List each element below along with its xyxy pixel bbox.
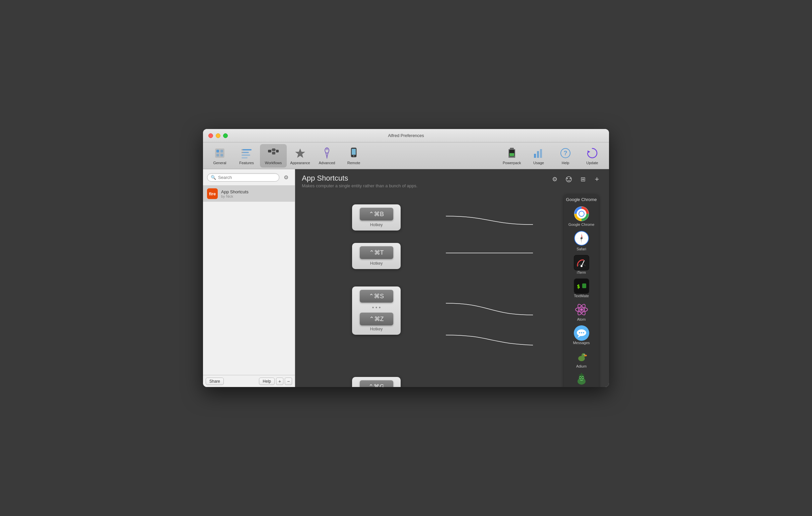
toolbar-remote[interactable]: Remote xyxy=(340,144,367,168)
search-input-wrap[interactable]: 🔍 xyxy=(207,173,279,181)
add-workflow-button[interactable]: + xyxy=(276,378,283,385)
canvas-settings-button[interactable]: ⚙ xyxy=(549,174,560,184)
toolbar-usage[interactable]: Usage xyxy=(525,144,552,168)
hotkey-key-5: ⌃⌘G xyxy=(360,380,393,387)
toolbar-appearance[interactable]: Appearance xyxy=(287,144,314,168)
search-icon: 🔍 xyxy=(211,175,216,180)
safari-icon xyxy=(574,231,589,246)
app-column: Google Chrome xyxy=(564,194,599,387)
toolbar-help[interactable]: ? Help xyxy=(552,144,579,168)
svg-point-19 xyxy=(326,148,328,150)
atom-icon xyxy=(574,302,589,317)
maximize-button[interactable] xyxy=(223,133,228,138)
svg-text:?: ? xyxy=(564,150,568,156)
app-item-messages[interactable]: Messages xyxy=(567,323,597,347)
canvas-debug-button[interactable] xyxy=(563,174,574,184)
update-icon xyxy=(586,147,599,160)
canvas-area: App Shortcuts Makes computer a single en… xyxy=(295,169,609,387)
remove-workflow-button[interactable]: − xyxy=(285,378,292,385)
toolbar-advanced[interactable]: Advanced xyxy=(314,144,340,168)
toolbar: General Features xyxy=(203,142,609,169)
svg-point-75 xyxy=(582,377,584,378)
svg-point-64 xyxy=(583,332,584,334)
canvas-title: App Shortcuts xyxy=(302,174,417,182)
svg-point-40 xyxy=(579,211,584,216)
svg-rect-10 xyxy=(241,152,243,153)
search-input[interactable] xyxy=(218,175,276,180)
search-bar: 🔍 ⚙ xyxy=(203,169,295,185)
svg-rect-2 xyxy=(221,150,223,152)
toolbar-general-label: General xyxy=(213,161,226,165)
app-item-atom[interactable]: Atom xyxy=(567,300,597,323)
svg-rect-1 xyxy=(216,150,219,152)
powerpack-icon xyxy=(505,147,518,160)
divider: • • • xyxy=(372,304,381,311)
help-button[interactable]: Help xyxy=(259,378,275,385)
sidebar-item-app-shortcuts[interactable]: fire App Shortcuts by Nick xyxy=(203,185,295,202)
canvas-header: App Shortcuts Makes computer a single en… xyxy=(295,169,609,191)
app-item-safari[interactable]: Safari xyxy=(567,229,597,253)
textmate-icon: $ xyxy=(574,279,589,294)
main-content: 🔍 ⚙ fire App Shortcuts by Nick Shar xyxy=(203,169,609,387)
workflow-canvas[interactable]: ⌃⌘B Hotkey ⌃⌘T Hotkey ⌃⌘S • • • ⌃⌘Z Hotk… xyxy=(295,191,609,387)
toolbar-advanced-label: Advanced xyxy=(319,161,335,165)
sidebar-gear-button[interactable]: ⚙ xyxy=(281,173,291,182)
app-item-textmate[interactable]: $ TextMate xyxy=(567,277,597,300)
hotkey-node-2[interactable]: ⌃⌘T Hotkey xyxy=(352,243,401,269)
toolbar-workflows[interactable]: Workflows xyxy=(260,144,287,168)
svg-rect-12 xyxy=(272,148,276,151)
traffic-lights xyxy=(208,133,228,138)
svg-rect-30 xyxy=(540,149,542,158)
canvas-grid-button[interactable]: ⊞ xyxy=(578,174,588,184)
svg-rect-28 xyxy=(534,154,536,158)
app-name-textmate: TextMate xyxy=(574,294,589,298)
sidebar-footer: Share Help + − xyxy=(203,375,295,387)
icon-text: fire xyxy=(209,191,216,196)
app-shortcuts-icon: fire xyxy=(207,188,218,199)
toolbar-appearance-label: Appearance xyxy=(290,161,310,165)
hotkey-group-node[interactable]: ⌃⌘S • • • ⌃⌘Z Hotkey xyxy=(352,286,401,335)
svg-rect-52 xyxy=(574,279,589,293)
svg-point-55 xyxy=(580,308,583,311)
minimize-button[interactable] xyxy=(216,133,221,138)
iterm-icon xyxy=(574,255,589,270)
share-button[interactable]: Share xyxy=(206,378,224,385)
remote-icon xyxy=(347,147,360,160)
title-bar: Alfred Preferences xyxy=(203,129,609,142)
toolbar-help-label: Help xyxy=(562,161,570,165)
window-title: Alfred Preferences xyxy=(388,133,424,138)
svg-point-74 xyxy=(580,377,581,378)
app-item-adium[interactable]: Adium xyxy=(567,347,597,370)
close-button[interactable] xyxy=(208,133,213,138)
svg-rect-9 xyxy=(241,149,243,150)
svg-marker-33 xyxy=(587,150,590,153)
app-name-atom: Atom xyxy=(577,317,586,321)
toolbar-update[interactable]: Update xyxy=(579,144,606,168)
advanced-icon xyxy=(321,147,333,160)
svg-rect-8 xyxy=(241,157,248,159)
svg-rect-7 xyxy=(241,154,250,156)
toolbar-powerpack[interactable]: Powerpack xyxy=(498,144,525,168)
hotkey-node-1[interactable]: ⌃⌘B Hotkey xyxy=(352,204,401,231)
hotkey-label-4: Hotkey xyxy=(370,327,382,332)
app-item-iterm[interactable]: iTerm xyxy=(567,253,597,277)
toolbar-features[interactable]: Features xyxy=(233,144,260,168)
svg-point-69 xyxy=(584,354,584,355)
svg-point-67 xyxy=(584,355,587,356)
svg-rect-21 xyxy=(352,149,356,155)
general-icon xyxy=(213,147,226,160)
svg-point-51 xyxy=(581,265,583,267)
appearance-icon xyxy=(294,147,307,160)
help-icon: ? xyxy=(559,147,572,160)
svg-rect-76 xyxy=(579,375,584,376)
svg-marker-17 xyxy=(295,148,305,158)
hotkey-label-2: Hotkey xyxy=(370,261,382,266)
toolbar-general[interactable]: General xyxy=(206,144,233,168)
app-item-gitx[interactable]: GitX xyxy=(567,370,597,387)
connector-lines xyxy=(295,191,609,387)
canvas-add-button[interactable]: + xyxy=(591,174,602,184)
app-item-chrome[interactable]: Google Chrome xyxy=(567,204,597,229)
toolbar-features-label: Features xyxy=(239,161,254,165)
svg-rect-54 xyxy=(582,284,586,288)
hotkey-node-5[interactable]: ⌃⌘G xyxy=(352,377,401,387)
